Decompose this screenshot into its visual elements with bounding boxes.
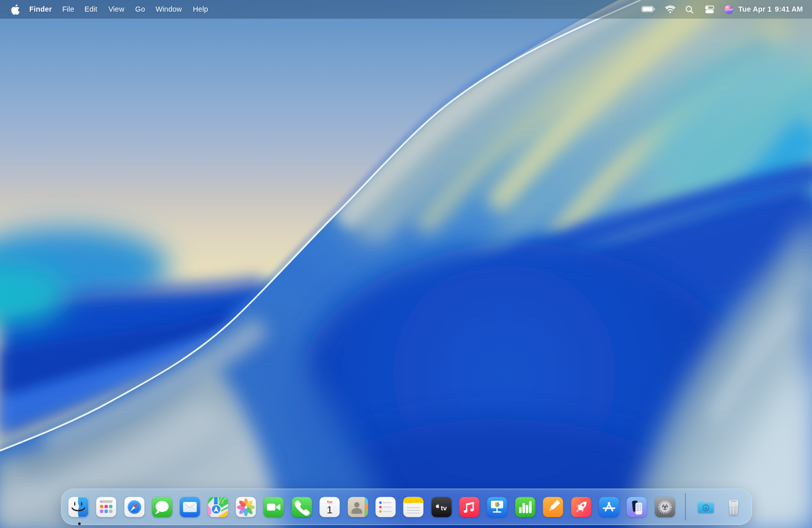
svg-text:tv: tv — [441, 504, 447, 511]
svg-text:1: 1 — [327, 503, 333, 515]
